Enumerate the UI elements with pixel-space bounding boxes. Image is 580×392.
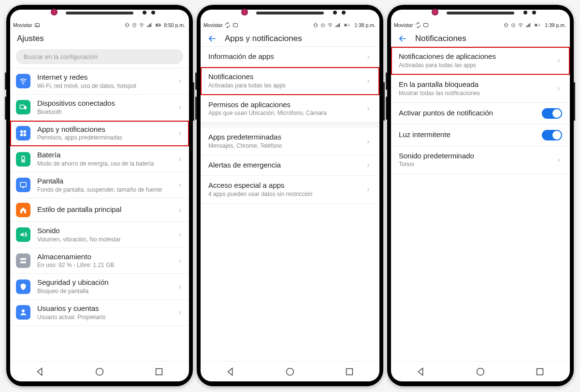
screen-header: Apps y notificaciones <box>201 29 379 46</box>
settings-row[interactable]: Seguridad y ubicación Bloqueo de pantall… <box>10 274 189 300</box>
sensor-icon <box>151 11 155 14</box>
svg-rect-10 <box>25 106 27 110</box>
settings-row[interactable]: Estilo de pantalla principal › <box>10 198 189 222</box>
list-row[interactable]: Permisos de aplicaciones Apps que usan U… <box>201 95 379 123</box>
settings-row[interactable]: Apps y notificaciones Permisos, apps pre… <box>10 121 189 147</box>
list-row[interactable]: Acceso especial a apps 4 apps pueden usa… <box>201 176 379 204</box>
svg-rect-20 <box>20 261 26 263</box>
row-subtitle: Tonos <box>399 161 555 168</box>
sensor-icon <box>523 11 527 14</box>
nav-recent-icon[interactable] <box>344 366 355 377</box>
settings-row[interactable]: Sonido Volumen, vibración, No molestar › <box>10 222 189 248</box>
chevron-right-icon: › <box>365 185 372 194</box>
row-title: Permisos de aplicaciones <box>208 100 365 110</box>
row-title: Usuarios y cuentas <box>37 304 176 313</box>
settings-row[interactable]: Dispositivos conectados Bluetooth › <box>10 95 189 121</box>
toggle-switch[interactable] <box>542 108 562 119</box>
home-icon <box>16 203 30 217</box>
side-button <box>193 82 194 121</box>
svg-rect-34 <box>423 24 428 27</box>
list-row[interactable]: Activar puntos de notificación <box>391 103 570 125</box>
battery-pct: 51 <box>536 23 541 28</box>
row-title: Apps y notificaciones <box>37 125 176 134</box>
settings-row[interactable]: Batería Modo de ahorro de energía, uso d… <box>10 146 189 172</box>
signal-icon <box>334 22 340 28</box>
carrier-label: Movistar <box>13 22 32 28</box>
list-row[interactable]: Notificaciones de aplicaciones Activadas… <box>391 47 570 75</box>
phone-frame-3: Movistar 51 1:39 p.m. Notificaciones <box>387 5 574 386</box>
svg-rect-6 <box>161 25 161 26</box>
vibrate-icon <box>503 22 509 28</box>
sensor-icon <box>333 11 337 14</box>
carrier-label: Movistar <box>203 22 223 28</box>
row-title: Notificaciones de aplicaciones <box>399 52 555 61</box>
svg-rect-24 <box>233 24 237 27</box>
svg-point-28 <box>330 27 331 27</box>
nav-bar <box>201 361 379 381</box>
back-button[interactable] <box>207 34 217 43</box>
row-title: Batería <box>37 151 176 160</box>
nav-home-icon[interactable] <box>475 366 486 377</box>
svg-rect-17 <box>23 159 24 162</box>
row-title: Seguridad y ubicación <box>37 278 176 287</box>
row-subtitle: Apps que usan Ubicación, Micrófono, Cáma… <box>208 110 365 117</box>
clock-label: 1:38 p.m. <box>354 22 376 28</box>
sensor-icon <box>143 11 146 14</box>
settings-row[interactable]: Pantalla Fondo de pantalla, suspender, t… <box>10 172 189 198</box>
row-title: Sonido predeterminado <box>399 152 555 161</box>
nav-recent-icon[interactable] <box>154 366 164 377</box>
settings-list: Internet y redes Wi-Fi, red móvil, uso d… <box>10 68 189 326</box>
carrier-label: Movistar <box>394 22 413 28</box>
nav-home-icon[interactable] <box>285 366 295 377</box>
nav-back-icon[interactable] <box>35 366 45 377</box>
nav-home-icon[interactable] <box>94 366 105 377</box>
picture-icon <box>34 22 40 28</box>
list-row[interactable]: Sonido predeterminado Tonos › <box>391 146 570 174</box>
list-row[interactable]: Notificaciones Activadas para todas las … <box>201 67 379 95</box>
settings-row[interactable]: Internet y redes Wi-Fi, red móvil, uso d… <box>10 69 189 95</box>
wifi-icon <box>518 22 523 28</box>
row-subtitle: Volumen, vibración, No molestar <box>37 236 176 243</box>
search-input[interactable]: Buscar en la configuración <box>16 49 183 64</box>
row-title: Internet y redes <box>37 73 176 82</box>
svg-rect-33 <box>347 368 353 375</box>
screen-header: Ajustes <box>10 29 189 46</box>
side-button <box>383 82 385 121</box>
chevron-right-icon: › <box>555 56 562 65</box>
wifi-icon <box>16 74 30 88</box>
side-button <box>386 97 387 120</box>
nav-back-icon[interactable] <box>225 366 236 377</box>
status-bar: Movistar 51 1:38 p.m. <box>201 20 379 29</box>
nav-back-icon[interactable] <box>416 366 426 377</box>
battery-icon <box>16 152 30 167</box>
svg-rect-14 <box>24 134 26 136</box>
wifi-icon <box>139 22 145 28</box>
svg-point-8 <box>23 84 24 84</box>
side-button <box>195 97 197 120</box>
list-row[interactable]: Luz intermitente <box>391 125 570 146</box>
svg-rect-9 <box>20 105 24 109</box>
svg-point-4 <box>142 27 142 27</box>
row-subtitle: Wi-Fi, red móvil, uso de datos, hotspot <box>37 83 176 90</box>
row-subtitle: Mensajes, Chrome, Teléfono <box>208 142 365 150</box>
settings-row[interactable]: Almacenamiento En uso: 92 % - Libre: 1.2… <box>10 248 189 274</box>
alarm-icon <box>131 22 137 28</box>
page-title: Ajustes <box>17 34 44 43</box>
list-row[interactable]: En la pantalla bloqueada Mostrar todas l… <box>391 75 570 103</box>
chevron-right-icon: › <box>176 181 183 189</box>
row-subtitle: Bloqueo de pantalla <box>37 288 176 295</box>
toggle-switch[interactable] <box>542 130 562 140</box>
row-title: Sonido <box>37 226 176 236</box>
section-divider <box>201 123 379 127</box>
list-row[interactable]: Apps predeterminadas Mensajes, Chrome, T… <box>201 127 379 155</box>
display-icon <box>16 178 30 192</box>
nav-recent-icon[interactable] <box>535 366 545 377</box>
row-subtitle: 4 apps pueden usar datos sin restricción <box>208 191 365 198</box>
svg-rect-42 <box>537 368 543 375</box>
list-row[interactable]: Información de apps › <box>201 47 379 67</box>
list-row[interactable]: Alertas de emergencia › <box>201 155 379 176</box>
svg-point-32 <box>287 368 294 375</box>
chevron-right-icon: › <box>176 77 183 85</box>
back-button[interactable] <box>398 34 407 43</box>
settings-row[interactable]: Usuarios y cuentas Usuario actual: Propi… <box>10 300 189 326</box>
